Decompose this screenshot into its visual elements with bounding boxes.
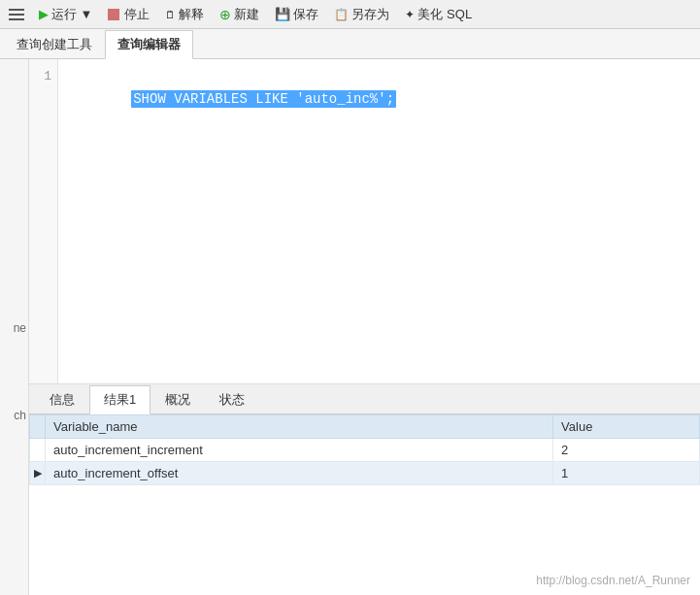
- table-row[interactable]: auto_increment_increment2: [30, 439, 700, 462]
- row-arrow-cell: [30, 439, 46, 462]
- new-icon: ⊕: [219, 7, 231, 22]
- result-pane: 信息 结果1 概况 状态 Variable_name Value: [29, 384, 700, 595]
- code-area[interactable]: 1 SHOW VARIABLES LIKE 'auto_inc%';: [29, 59, 700, 384]
- toolbar: ▶ 运行 ▼ 停止 🗒 解释 ⊕ 新建 💾 保存 📋 另存为 ✦ 美化 SQL: [0, 0, 700, 29]
- tab-query-editor[interactable]: 查询编辑器: [105, 30, 193, 59]
- value-cell: 2: [553, 439, 700, 462]
- watermark: http://blog.csdn.net/A_Runner: [536, 574, 690, 587]
- tab-status[interactable]: 状态: [205, 385, 259, 414]
- explain-button[interactable]: 🗒 解释: [161, 4, 208, 25]
- save-icon: 💾: [275, 7, 290, 21]
- stop-icon: [108, 9, 119, 20]
- run-label: 运行 ▼: [51, 6, 92, 23]
- result-table: Variable_name Value auto_increment_incre…: [29, 414, 700, 485]
- editor-pane: 1 SHOW VARIABLES LIKE 'auto_inc%'; 信息 结果…: [29, 59, 700, 595]
- line-numbers: 1: [29, 59, 58, 383]
- main-area: ne ch 1 SHOW VARIABLES LIKE 'auto_inc%';…: [0, 59, 700, 595]
- tab-overview[interactable]: 概况: [150, 385, 205, 414]
- stop-button[interactable]: 停止: [104, 4, 153, 25]
- row-arrow-cell: ▶: [30, 462, 46, 485]
- sidebar-label-ch: ch: [14, 409, 26, 422]
- tab-result1[interactable]: 结果1: [89, 385, 150, 414]
- new-button[interactable]: ⊕ 新建: [216, 4, 263, 25]
- result-tabs: 信息 结果1 概况 状态: [29, 384, 700, 414]
- saveas-label: 另存为: [351, 6, 389, 23]
- col-variable-name-header: Variable_name: [46, 415, 553, 439]
- explain-icon: 🗒: [165, 9, 176, 20]
- saveas-button[interactable]: 📋 另存为: [330, 4, 393, 25]
- sql-code: SHOW VARIABLES LIKE 'auto_inc%';: [131, 90, 396, 108]
- beautify-icon: ✦: [405, 8, 415, 21]
- run-button[interactable]: ▶ 运行 ▼: [35, 4, 96, 25]
- col-value-header: Value: [553, 415, 700, 439]
- save-button[interactable]: 💾 保存: [271, 4, 322, 25]
- table-row[interactable]: ▶auto_increment_offset1: [30, 462, 700, 485]
- col-arrow-header: [30, 415, 46, 439]
- save-label: 保存: [293, 6, 318, 23]
- explain-label: 解释: [179, 6, 204, 23]
- line-number-1: 1: [35, 67, 51, 87]
- table-header-row: Variable_name Value: [30, 415, 700, 439]
- left-sidebar: ne ch: [0, 59, 29, 595]
- tab-info[interactable]: 信息: [35, 385, 89, 414]
- variable-name-cell: auto_increment_increment: [46, 439, 553, 462]
- new-label: 新建: [234, 6, 259, 23]
- variable-name-cell: auto_increment_offset: [46, 462, 553, 485]
- code-content[interactable]: SHOW VARIABLES LIKE 'auto_inc%';: [58, 59, 700, 383]
- run-icon: ▶: [39, 7, 49, 21]
- hamburger-menu[interactable]: [6, 6, 27, 23]
- value-cell: 1: [553, 462, 700, 485]
- tab-query-builder[interactable]: 查询创建工具: [4, 30, 105, 59]
- result-table-container[interactable]: Variable_name Value auto_increment_incre…: [29, 414, 700, 595]
- saveas-icon: 📋: [334, 8, 349, 21]
- main-tabs: 查询创建工具 查询编辑器: [0, 29, 700, 59]
- sidebar-label-ne: ne: [14, 321, 26, 335]
- beautify-button[interactable]: ✦ 美化 SQL: [401, 4, 476, 25]
- stop-label: 停止: [124, 6, 150, 23]
- beautify-label: 美化 SQL: [417, 6, 472, 23]
